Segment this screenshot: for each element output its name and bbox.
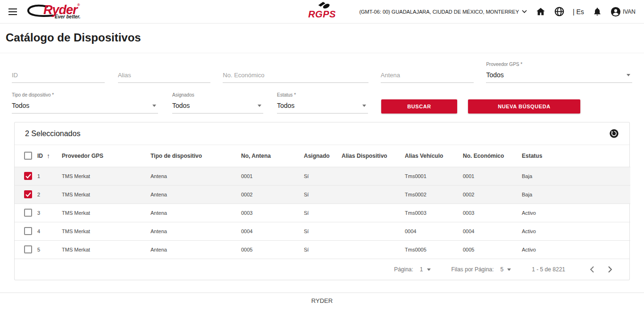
page-select[interactable]: 1: [420, 266, 431, 273]
alias-field-wrap: [118, 68, 211, 83]
dropdown-arrow-icon: [427, 268, 431, 271]
tipo-dispositivo-select-wrap: Tipo de dispositivo * Todos: [12, 92, 158, 114]
column-header-no-antena[interactable]: No, Antena: [241, 145, 304, 167]
column-header-id[interactable]: ID↑: [37, 145, 62, 167]
tipo-dispositivo-select[interactable]: Todos: [12, 100, 158, 114]
proveedor-gps-select-wrap: Proveedor GPS * Todos: [486, 62, 632, 83]
satellite-icon: [312, 2, 333, 9]
row-checkbox[interactable]: [24, 172, 32, 180]
no-economico-input[interactable]: [223, 72, 368, 79]
column-header-asignado[interactable]: Asignado: [304, 145, 342, 167]
ryder-logo: Ryder® Ever better.: [25, 2, 96, 21]
rgps-logo-text: RGPS: [308, 9, 336, 20]
notifications-button[interactable]: [593, 7, 602, 16]
language-button[interactable]: [554, 7, 564, 16]
column-header-estatus[interactable]: Estatus: [522, 145, 630, 167]
filter-panel: Proveedor GPS * Todos Tipo de dispositiv…: [0, 53, 644, 114]
pagination-range: 1 - 5 de 8221: [532, 266, 565, 273]
bell-icon: [593, 7, 602, 16]
page-title: Catálogo de Dispositivos: [6, 31, 638, 44]
tipo-dispositivo-label: Tipo de dispositivo *: [12, 92, 158, 98]
asignados-label: Asignados: [172, 92, 263, 98]
estatus-label: Estatus *: [277, 92, 368, 98]
proveedor-gps-select[interactable]: Todos: [486, 70, 632, 83]
rgps-logo: RGPS: [308, 2, 336, 20]
column-header-alias-vehiculo[interactable]: Alias Vehículo: [405, 145, 463, 167]
table-row[interactable]: 4TMS Merkat Antena0004 Sí 00040004 Activ…: [15, 222, 630, 240]
column-header-alias-dispositivo[interactable]: Alias Dispositivo: [342, 145, 405, 167]
sort-asc-icon: ↑: [47, 152, 50, 160]
chevron-down-icon: [522, 10, 527, 13]
refresh-icon: [609, 129, 619, 138]
no-economico-field-wrap: [223, 68, 368, 83]
dropdown-arrow-icon: [152, 105, 156, 107]
antena-field-wrap: [381, 68, 474, 83]
selected-count: 2 Seleccionados: [25, 130, 80, 138]
column-header-tipo-dispositivo[interactable]: Tipo de dispositivo: [151, 145, 241, 167]
buscar-button[interactable]: BUSCAR: [381, 99, 457, 114]
timezone-text: (GMT-06: 00) GUADALAJARA, CIUDAD DE MÉXI…: [359, 9, 519, 15]
rows-per-page-select[interactable]: 5: [501, 266, 511, 273]
id-field-wrap: [12, 68, 105, 83]
menu-icon[interactable]: [8, 8, 17, 15]
rows-per-page-label: Filas por Página:: [452, 266, 494, 273]
table-toolbar: 2 Seleccionados: [15, 122, 629, 145]
dropdown-arrow-icon: [627, 74, 630, 76]
table-header-row: ID↑ Proveedor GPS Tipo de dispositivo No…: [15, 145, 630, 167]
asignados-select-wrap: Asignados Todos: [172, 92, 263, 114]
refresh-button[interactable]: [609, 129, 619, 138]
user-name: IVAN: [623, 8, 636, 15]
table-row[interactable]: 1TMS Merkat Antena0001 Sí Tms00010001 Ba…: [15, 167, 630, 185]
home-button[interactable]: [535, 7, 546, 17]
devices-table: ID↑ Proveedor GPS Tipo de dispositivo No…: [15, 145, 630, 259]
table-row[interactable]: 2TMS Merkat Antena0002 Sí Tms00020002 Ba…: [15, 185, 630, 203]
column-header-no-economico[interactable]: No. Económico: [463, 145, 522, 167]
estatus-select-wrap: Estatus * Todos: [277, 92, 368, 114]
dropdown-arrow-icon: [362, 105, 366, 107]
row-checkbox[interactable]: [24, 190, 32, 198]
row-checkbox[interactable]: [24, 209, 32, 217]
chevron-left-icon: [590, 266, 594, 273]
timezone-selector[interactable]: (GMT-06: 00) GUADALAJARA, CIUDAD DE MÉXI…: [359, 9, 527, 15]
home-icon: [535, 7, 546, 17]
alias-input[interactable]: [118, 72, 211, 79]
chevron-right-icon: [608, 266, 612, 273]
table-row[interactable]: 5TMS Merkat Antena0005 Sí Tms00050005 Ac…: [15, 240, 630, 259]
id-input[interactable]: [12, 72, 105, 79]
estatus-select[interactable]: Todos: [277, 100, 368, 114]
row-checkbox[interactable]: [24, 245, 32, 253]
nueva-busqueda-button[interactable]: NUEVA BÚSQUEDA: [468, 99, 580, 114]
previous-page-button[interactable]: [586, 266, 598, 273]
page-footer: RYDER: [0, 293, 644, 309]
column-header-proveedor-gps[interactable]: Proveedor GPS: [62, 145, 151, 167]
app-bar: Ryder® Ever better. RGPS (GMT-06: 00) GU…: [0, 0, 644, 24]
row-checkbox[interactable]: [24, 227, 32, 235]
devices-table-card: 2 Seleccionados ID↑ Proveedor GPS: [14, 122, 630, 280]
proveedor-gps-label: Proveedor GPS *: [486, 62, 632, 67]
footer-brand: RYDER: [311, 297, 333, 304]
table-row[interactable]: 3TMS Merkat Antena0003 Sí Tms00030003 Ac…: [15, 203, 630, 222]
globe-icon: [554, 7, 564, 16]
asignados-select[interactable]: Todos: [172, 100, 263, 114]
user-menu[interactable]: IVAN: [611, 7, 636, 17]
dropdown-arrow-icon: [258, 105, 261, 107]
page-label: Página:: [394, 266, 413, 273]
select-all-checkbox[interactable]: [24, 152, 32, 160]
pagination-bar: Página: 1 Filas por Página: 5 1 - 5 de 8…: [15, 259, 629, 280]
ryder-tagline: Ever better.: [55, 14, 80, 19]
dropdown-arrow-icon: [507, 268, 511, 271]
antena-input[interactable]: [381, 72, 474, 79]
page-header: Catálogo de Dispositivos: [0, 24, 644, 53]
avatar-icon: [611, 7, 621, 17]
language-label[interactable]: | Es: [573, 8, 584, 16]
next-page-button[interactable]: [604, 266, 616, 273]
